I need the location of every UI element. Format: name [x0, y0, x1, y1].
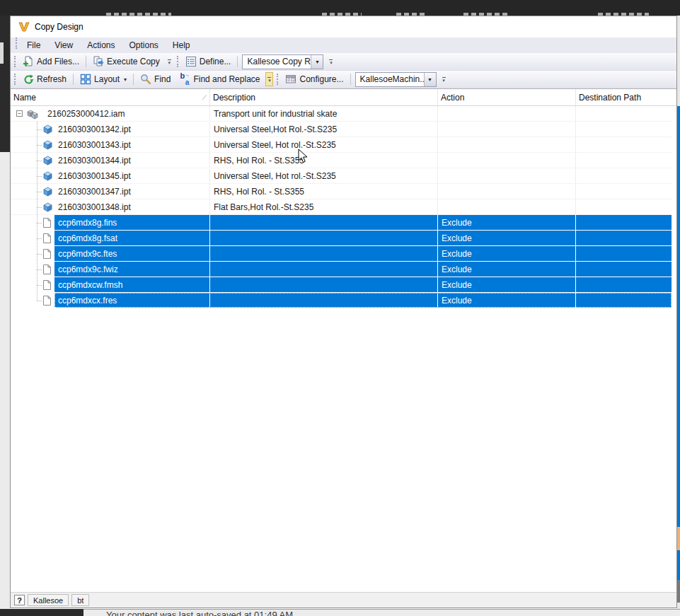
- destination-cell[interactable]: [576, 106, 672, 121]
- table-row[interactable]: ccp6mdx8g.finsExclude: [11, 215, 672, 231]
- toolbar-grip[interactable]: [14, 74, 16, 85]
- name-cell[interactable]: ccp6mdxcw.fmsh: [11, 277, 210, 292]
- column-header-description[interactable]: Description: [210, 89, 438, 105]
- action-cell[interactable]: [438, 199, 576, 214]
- action-cell[interactable]: Exclude: [438, 215, 576, 230]
- action-cell[interactable]: Exclude: [438, 262, 576, 277]
- action-cell[interactable]: [438, 168, 576, 183]
- background-scrollbar-thumb[interactable]: [677, 106, 680, 527]
- column-header-name[interactable]: Name ∕: [11, 89, 210, 105]
- table-row[interactable]: ccp6mdx9c.ftesExclude: [11, 246, 672, 262]
- description-cell[interactable]: Universal Steel,Hot Rol.-St.S235: [210, 122, 438, 136]
- destination-cell[interactable]: [576, 137, 672, 152]
- help-button[interactable]: ?: [14, 595, 25, 605]
- layout-button[interactable]: Layout ▾: [76, 71, 131, 87]
- description-cell[interactable]: Flat Bars,Hot Rol.-St.S235: [210, 199, 438, 214]
- table-row[interactable]: ccp6mdx8g.fsatExclude: [11, 231, 672, 246]
- table-row[interactable]: −2160253000412.iamTransport unit for ind…: [11, 106, 672, 122]
- name-cell[interactable]: 2160303001342.ipt: [11, 122, 210, 136]
- define-button[interactable]: Define...: [181, 54, 236, 69]
- column-header-action[interactable]: Action: [438, 89, 576, 105]
- name-cell[interactable]: ccp6mdxcx.fres: [11, 293, 210, 308]
- toolbar-overflow-button[interactable]: ▾: [440, 72, 448, 86]
- description-cell[interactable]: Universal Steel, Hot rol.-St.S235: [210, 137, 438, 152]
- execute-copy-button[interactable]: Execute Copy: [88, 54, 164, 69]
- action-cell[interactable]: Exclude: [438, 231, 576, 245]
- action-cell[interactable]: [438, 184, 576, 199]
- find-button[interactable]: Find: [136, 71, 175, 87]
- table-row[interactable]: 2160303001344.iptRHS, Hol Rol. - St.S355: [11, 153, 672, 168]
- action-cell[interactable]: Exclude: [438, 293, 576, 308]
- toolbar-grip[interactable]: [177, 56, 178, 67]
- toolbar-grip[interactable]: [14, 56, 16, 67]
- action-cell[interactable]: [438, 137, 576, 152]
- destination-cell[interactable]: [576, 215, 672, 230]
- add-files-button[interactable]: Add Files...: [18, 54, 83, 69]
- column-header-destination-path[interactable]: Destination Path: [576, 89, 672, 105]
- destination-cell[interactable]: [576, 231, 672, 245]
- destination-cell[interactable]: [576, 277, 672, 292]
- toolbar-overflow-button[interactable]: ▾: [166, 54, 173, 69]
- destination-cell[interactable]: [576, 168, 672, 183]
- name-cell[interactable]: ccp6mdx8g.fsat: [11, 231, 210, 245]
- description-cell[interactable]: RHS, Hol Rol. - St.S355: [210, 153, 438, 168]
- description-cell[interactable]: Transport unit for industrial skate: [210, 106, 438, 121]
- toolbar-grip[interactable]: [277, 74, 278, 85]
- menu-view[interactable]: View: [47, 37, 80, 53]
- description-cell[interactable]: RHS, Hol Rol. - St.S355: [210, 184, 438, 199]
- find-and-replace-button[interactable]: b → a Find and Replace: [175, 71, 264, 87]
- copy-rule-dropdown-button[interactable]: ▼: [311, 55, 323, 69]
- description-cell[interactable]: Universal Steel, Hot rol.-St.S235: [210, 168, 438, 183]
- background-left-scrollbar[interactable]: [0, 42, 4, 64]
- name-cell[interactable]: 2160303001348.ipt: [11, 199, 210, 214]
- name-cell[interactable]: ccp6mdx9c.ftes: [11, 246, 210, 261]
- description-cell[interactable]: [210, 262, 438, 277]
- machine-combobox[interactable]: KallesoeMachin... ▼: [355, 72, 437, 87]
- machine-dropdown-button[interactable]: ▼: [424, 73, 436, 86]
- destination-cell[interactable]: [576, 122, 672, 136]
- configure-button[interactable]: Configure...: [281, 71, 347, 87]
- description-cell[interactable]: [210, 231, 438, 245]
- action-cell[interactable]: [438, 122, 576, 136]
- table-row[interactable]: 2160303001347.iptRHS, Hol Rol. - St.S355: [11, 184, 672, 199]
- collapse-toggle[interactable]: −: [16, 110, 23, 117]
- destination-cell[interactable]: [576, 153, 672, 168]
- description-cell[interactable]: [210, 215, 438, 230]
- table-row[interactable]: 2160303001343.iptUniversal Steel, Hot ro…: [11, 137, 672, 153]
- destination-cell[interactable]: [576, 293, 672, 308]
- background-scrollbar-track[interactable]: [677, 580, 680, 603]
- copy-rule-combobox[interactable]: Kallesoe Copy R... ▼: [242, 54, 323, 69]
- action-cell[interactable]: Exclude: [438, 246, 576, 261]
- titlebar[interactable]: Copy Design: [11, 16, 676, 37]
- table-row[interactable]: 2160303001342.iptUniversal Steel,Hot Rol…: [11, 122, 672, 137]
- destination-cell[interactable]: [576, 246, 672, 261]
- menu-help[interactable]: Help: [166, 37, 197, 53]
- description-cell[interactable]: [210, 293, 438, 308]
- description-cell[interactable]: [210, 277, 438, 292]
- toolbar-overflow-button[interactable]: ▾: [265, 72, 273, 86]
- table-row[interactable]: ccp6mdxcw.fmshExclude: [11, 277, 672, 293]
- action-cell[interactable]: [438, 106, 576, 121]
- menu-options[interactable]: Options: [122, 37, 166, 53]
- destination-cell[interactable]: [576, 199, 672, 214]
- table-row[interactable]: 2160303001348.iptFlat Bars,Hot Rol.-St.S…: [11, 199, 672, 215]
- name-cell[interactable]: 2160303001343.ipt: [11, 137, 210, 152]
- name-cell[interactable]: 2160303001345.ipt: [11, 168, 210, 183]
- menubar-grip[interactable]: [16, 37, 17, 49]
- refresh-button[interactable]: Refresh: [18, 71, 71, 87]
- destination-cell[interactable]: [576, 184, 672, 199]
- table-row[interactable]: ccp6mdxcx.fresExclude: [11, 293, 672, 308]
- name-cell[interactable]: −2160253000412.iam: [11, 106, 210, 121]
- name-cell[interactable]: ccp6mdx8g.fins: [11, 215, 210, 230]
- menu-file[interactable]: File: [20, 37, 47, 53]
- destination-cell[interactable]: [576, 262, 672, 277]
- menu-actions[interactable]: Actions: [80, 37, 122, 53]
- description-cell[interactable]: [210, 246, 438, 261]
- table-row[interactable]: ccp6mdx9c.fwizExclude: [11, 262, 672, 277]
- background-scrollbar-thumb[interactable]: [677, 550, 680, 580]
- toolbar-overflow-button[interactable]: ▾: [327, 54, 335, 69]
- action-cell[interactable]: Exclude: [438, 277, 576, 292]
- table-row[interactable]: 2160303001345.iptUniversal Steel, Hot ro…: [11, 168, 672, 184]
- name-cell[interactable]: 2160303001344.ipt: [11, 153, 210, 168]
- name-cell[interactable]: 2160303001347.ipt: [11, 184, 210, 199]
